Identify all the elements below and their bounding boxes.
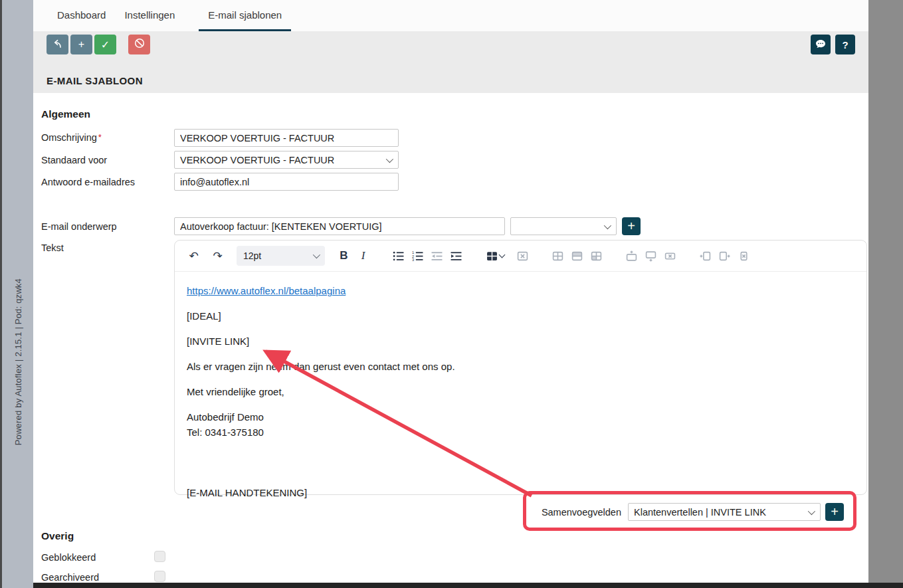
blank-lines (187, 450, 854, 485)
app-root: Powered by Autoflex | 2.15.1 | Pod: qzwk… (0, 0, 903, 588)
check-icon: ✓ (101, 39, 110, 51)
onderwerp-input[interactable] (174, 217, 505, 235)
row-properties-icon[interactable] (567, 246, 587, 266)
main-panel: Dashboard Instellingen E-mail sjablonen … (33, 0, 868, 583)
save-confirm-button[interactable]: ✓ (94, 35, 116, 54)
left-sidebar: Powered by Autoflex | 2.15.1 | Pod: qzwk… (2, 0, 33, 588)
help-button[interactable]: ? (835, 35, 855, 54)
bold-icon[interactable]: B (334, 246, 353, 266)
tab-bar: Dashboard Instellingen E-mail sjablonen (33, 0, 868, 31)
standaard-voor-value: VERKOOP VOERTUIG - FACTUUR (180, 155, 334, 165)
delete-column-icon[interactable] (734, 246, 753, 266)
chevron-down-icon (604, 222, 611, 229)
insert-row-after-icon[interactable] (641, 246, 660, 266)
powered-by-label: Powered by Autoflex | 2.15.1 | Pod: qzwk… (13, 278, 23, 445)
insert-column-before-icon[interactable] (696, 246, 715, 266)
geblokkeerd-label: Geblokkeerd (41, 552, 96, 563)
onderwerp-merge-add-button[interactable]: + (622, 217, 641, 235)
required-asterisk: * (98, 132, 102, 142)
delete-table-icon[interactable] (513, 246, 532, 266)
payment-link[interactable]: https://www.autoflex.nl/betaalpagina (187, 285, 346, 296)
samenvoegvelden-add-button[interactable]: + (825, 503, 844, 521)
antwoord-email-input[interactable] (174, 173, 399, 191)
tab-dashboard[interactable]: Dashboard (48, 0, 115, 31)
standaard-voor-select[interactable]: VERKOOP VOERTUIG - FACTUUR (174, 151, 399, 169)
geblokkeerd-checkbox[interactable] (154, 551, 165, 562)
gearchiveerd-checkbox[interactable] (154, 571, 165, 582)
placeholder-signature: [E-MAIL HANDTEKENING] (187, 485, 854, 500)
delete-row-icon[interactable] (660, 246, 680, 266)
feedback-chat-button[interactable] (811, 35, 831, 54)
plus-icon: + (831, 504, 839, 520)
cell-properties-icon[interactable] (587, 246, 606, 266)
indent-icon[interactable] (447, 246, 466, 266)
tekst-label: Tekst (41, 243, 64, 253)
window-left-edge (0, 0, 2, 588)
omschrijving-input[interactable] (174, 129, 399, 147)
back-button[interactable] (47, 35, 68, 54)
editor-toolbar: ↶ ↷ 12pt B I 123 (175, 241, 866, 272)
section-overig: Overig (41, 530, 74, 542)
action-buttons: + ✓ (47, 35, 152, 54)
chevron-down-icon (313, 251, 320, 258)
insert-table-icon[interactable] (482, 246, 508, 266)
tab-instellingen[interactable]: Instellingen (115, 0, 184, 31)
company-name: Autobedrijf Demo (187, 411, 264, 423)
onderwerp-label: E-mail onderwerp (41, 221, 117, 232)
samenvoegvelden-label: Samenvoegvelden (523, 507, 621, 518)
insert-row-before-icon[interactable] (622, 246, 641, 266)
samenvoegvelden-select[interactable]: Klantenvertellen | INVITE LINK (628, 503, 821, 521)
samenvoegvelden-value: Klantenvertellen | INVITE LINK (634, 507, 766, 518)
chat-bubble-icon (815, 38, 827, 52)
question-mark-icon: ? (842, 39, 848, 50)
tab-email-sjablonen[interactable]: E-mail sjablonen (199, 0, 291, 31)
action-band: + ✓ ? E-MAIL SJABLOON (33, 31, 868, 93)
cancel-button[interactable] (128, 35, 150, 54)
body-greeting-line: Met vriendelijke groet, (187, 384, 854, 399)
page-title: E-MAIL SJABLOON (47, 75, 143, 86)
outdent-icon[interactable] (427, 246, 447, 266)
help-actions: ? (811, 35, 855, 54)
svg-text:3: 3 (412, 257, 414, 261)
window-bottom-edge (33, 583, 903, 588)
omschrijving-label: Omschrijving* (41, 132, 102, 143)
chevron-down-icon (808, 508, 815, 515)
insert-column-after-icon[interactable] (715, 246, 734, 266)
body-questions-line: Als er vragen zijn neem dan gerust even … (187, 359, 854, 374)
block-icon (134, 37, 146, 52)
chevron-down-icon (386, 155, 393, 163)
antwoord-email-label: Antwoord e-mailadres (41, 177, 135, 187)
chevron-down-icon (498, 252, 505, 258)
redo-icon[interactable]: ↷ (208, 246, 227, 266)
table-properties-icon[interactable] (548, 246, 567, 266)
body-company-block: Autobedrijf Demo Tel: 0341-375180 (187, 409, 854, 440)
undo-icon[interactable]: ↶ (184, 246, 203, 266)
placeholder-invite-link: [INVITE LINK] (187, 334, 854, 349)
gearchiveerd-label: Gearchiveerd (41, 572, 99, 583)
font-size-value: 12pt (243, 250, 261, 261)
company-phone: Tel: 0341-375180 (187, 427, 264, 438)
italic-icon[interactable]: I (353, 246, 373, 266)
plus-icon: + (78, 39, 84, 50)
numbered-list-icon[interactable]: 123 (408, 246, 427, 266)
section-algemeen: Algemeen (41, 108, 90, 120)
omschrijving-label-text: Omschrijving (41, 132, 97, 143)
onderwerp-merge-select[interactable] (510, 217, 617, 235)
placeholder-ideal: [IDEAL] (187, 308, 854, 324)
back-arrow-icon (52, 38, 63, 52)
editor-content[interactable]: https://www.autoflex.nl/betaalpagina [ID… (175, 272, 866, 522)
standaard-voor-label: Standaard voor (41, 155, 107, 165)
bullet-list-icon[interactable] (389, 246, 408, 266)
richtext-editor: ↶ ↷ 12pt B I 123 (174, 240, 867, 495)
add-button[interactable]: + (70, 35, 92, 54)
font-size-select[interactable]: 12pt (237, 246, 325, 266)
plus-icon: + (627, 219, 635, 234)
